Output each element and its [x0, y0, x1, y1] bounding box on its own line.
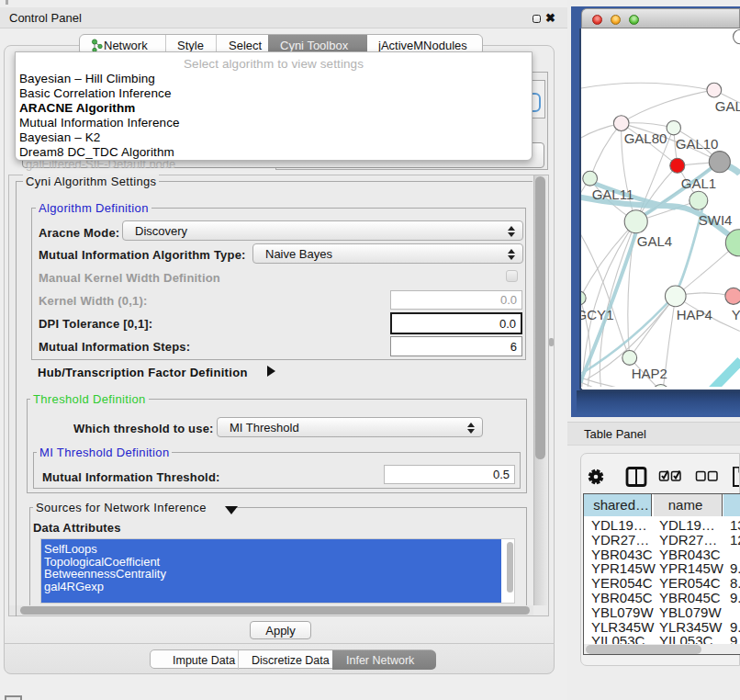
svg-text:GAL80: GAL80	[624, 130, 667, 146]
svg-text:GAL11: GAL11	[592, 186, 634, 202]
svg-text:GAL1: GAL1	[681, 175, 716, 191]
svg-text:Y: Y	[732, 307, 740, 322]
svg-text:GAL: GAL	[715, 98, 740, 114]
svg-text:GCY1: GCY1	[581, 307, 613, 322]
svg-text:HAP2: HAP2	[632, 366, 667, 381]
svg-text:HAP4: HAP4	[677, 307, 712, 322]
svg-text:SWI4: SWI4	[699, 212, 733, 228]
svg-text:GAL4: GAL4	[637, 233, 672, 249]
svg-text:GAL10: GAL10	[676, 136, 719, 152]
